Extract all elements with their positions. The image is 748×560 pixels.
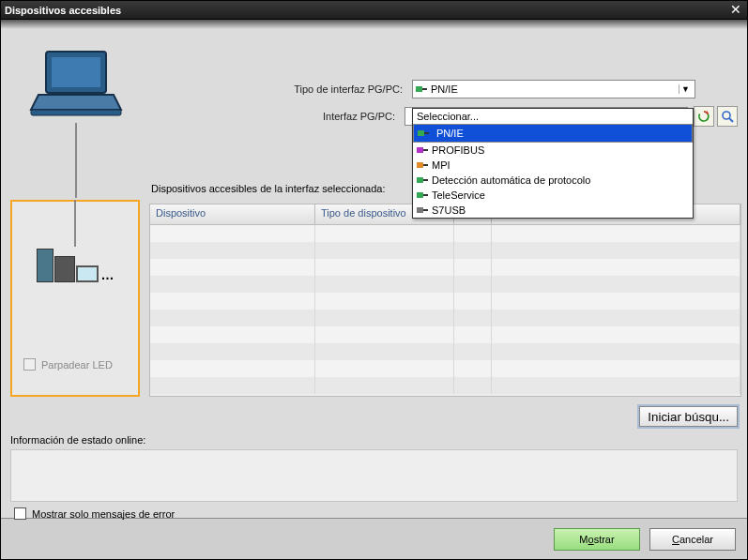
- svg-rect-12: [423, 164, 428, 166]
- svg-rect-13: [417, 177, 423, 183]
- footer: Mostrar Cancelar: [1, 518, 747, 559]
- table-row[interactable]: [150, 276, 740, 293]
- window-title: Dispositivos accesibles: [5, 5, 728, 16]
- more-dots-icon: …: [101, 267, 114, 282]
- svg-rect-9: [417, 147, 423, 153]
- svg-rect-16: [423, 194, 428, 196]
- svg-rect-2: [31, 110, 121, 115]
- properties-button[interactable]: [717, 106, 738, 127]
- start-search-button[interactable]: Iniciar búsqu...: [639, 406, 738, 427]
- svg-rect-1: [52, 57, 100, 87]
- blink-led-label: Parpadear LED: [41, 359, 113, 371]
- table-row[interactable]: [150, 310, 740, 326]
- status-box: [10, 449, 738, 502]
- titlebar: Dispositivos accesibles ✕: [1, 1, 747, 20]
- interface-icon: [417, 189, 428, 201]
- refresh-button[interactable]: [694, 106, 714, 127]
- table-row[interactable]: [150, 242, 740, 259]
- table-body: [150, 225, 740, 394]
- status-label: Información de estado online:: [10, 434, 145, 446]
- errors-only-row: Mostrar solo mensajes de error: [14, 507, 175, 520]
- interface-type-label: Tipo de interfaz PG/PC:: [151, 83, 412, 95]
- col-device[interactable]: Dispositivo: [150, 204, 315, 225]
- svg-rect-11: [417, 162, 423, 168]
- interface-icon: [417, 144, 428, 156]
- laptop-icon: [29, 48, 123, 123]
- dropdown-option[interactable]: MPI: [413, 158, 693, 173]
- dropdown-option[interactable]: S7USB: [413, 203, 693, 218]
- errors-only-checkbox[interactable]: [14, 507, 26, 520]
- dropdown-option[interactable]: Detección automática de protocolo: [413, 173, 693, 188]
- search-properties-icon: [721, 110, 734, 123]
- table-row[interactable]: [150, 343, 740, 360]
- blink-led-checkbox[interactable]: [23, 358, 36, 371]
- errors-only-label: Mostrar solo mensajes de error: [32, 508, 175, 520]
- devices-icon: …: [37, 249, 114, 282]
- dropdown-option[interactable]: TeleService: [413, 188, 693, 203]
- dialog-window: Dispositivos accesibles ✕ …: [0, 0, 748, 560]
- plc-icon: [37, 249, 53, 282]
- svg-rect-8: [424, 132, 429, 134]
- svg-point-5: [723, 112, 730, 119]
- device-frame: … Parpadear LED: [10, 200, 140, 397]
- network-icon: [416, 83, 427, 95]
- blink-led-row: Parpadear LED: [23, 358, 113, 371]
- svg-rect-15: [417, 192, 423, 198]
- refresh-icon: [697, 110, 710, 123]
- devices-table: Dispositivo Tipo de dispositivo Tipo: [149, 204, 741, 397]
- interface-label: Interfaz PG/PC:: [151, 111, 405, 122]
- connection-line-in: [74, 200, 76, 247]
- interface-icon: [417, 174, 428, 186]
- table-row[interactable]: [150, 225, 740, 242]
- svg-rect-10: [423, 149, 428, 151]
- table-row[interactable]: [150, 293, 740, 310]
- hmi-icon: [76, 265, 99, 282]
- row-interface-type: Tipo de interfaz PG/PC: PN/IE ▼: [151, 80, 738, 98]
- show-button[interactable]: Mostrar: [554, 528, 640, 551]
- table-row[interactable]: [150, 360, 740, 377]
- interface-icon: [418, 128, 429, 139]
- content: … Parpadear LED Tipo de interfaz PG/PC: …: [1, 29, 747, 518]
- table-row[interactable]: [150, 259, 740, 276]
- svg-rect-4: [422, 88, 427, 90]
- table-row[interactable]: [150, 377, 740, 394]
- svg-rect-18: [423, 209, 428, 211]
- cancel-button[interactable]: Cancelar: [649, 528, 736, 551]
- interface-type-value: PN/IE: [431, 83, 679, 95]
- interface-icon: [417, 159, 428, 171]
- svg-rect-7: [418, 130, 424, 136]
- interface-tool-buttons: [694, 106, 738, 127]
- laptop-illustration: [10, 48, 142, 207]
- dropdown-header: Seleccionar...: [413, 109, 693, 124]
- svg-rect-17: [417, 207, 423, 213]
- pc-icon: [54, 256, 75, 282]
- interface-type-dropdown[interactable]: Seleccionar... PN/IEPROFIBUSMPIDetección…: [412, 108, 694, 219]
- chevron-down-icon[interactable]: ▼: [679, 84, 692, 94]
- svg-rect-3: [416, 86, 422, 92]
- connection-line: [75, 123, 77, 198]
- dropdown-option[interactable]: PROFIBUS: [413, 143, 693, 158]
- left-column: [10, 48, 142, 207]
- interface-icon: [417, 204, 428, 216]
- gradient-strip: [1, 20, 747, 29]
- close-icon[interactable]: ✕: [728, 3, 743, 18]
- dropdown-option[interactable]: PN/IE: [413, 124, 693, 143]
- table-row[interactable]: [150, 326, 740, 343]
- interface-type-select[interactable]: PN/IE ▼: [412, 80, 695, 98]
- svg-rect-14: [423, 179, 428, 181]
- devices-list-label: Dispositivos accesibles de la interfaz s…: [151, 183, 385, 194]
- svg-line-6: [729, 118, 733, 122]
